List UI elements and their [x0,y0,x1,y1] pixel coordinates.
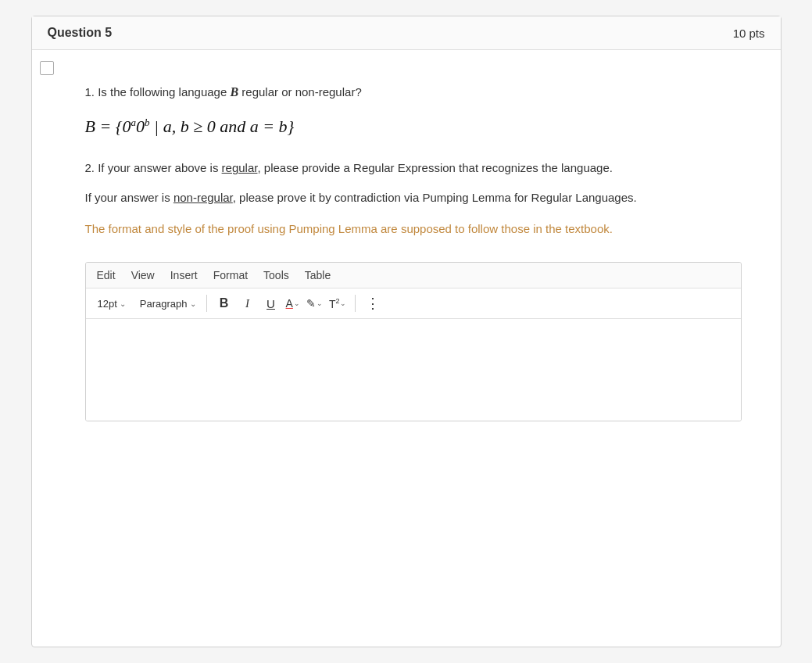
question-points: 10 pts [733,27,765,40]
highlight-label: ✎ [306,297,316,310]
superscript-dropdown[interactable]: T2 ⌄ [327,297,349,310]
font-size-value: 12pt [98,298,117,310]
question-checkbox[interactable] [40,61,54,75]
toolbar-separator-1 [206,295,207,312]
font-color-chevron-icon: ⌄ [294,299,300,307]
more-options-button[interactable]: ⋮ [362,293,384,314]
font-color-dropdown[interactable]: A ⌄ [284,297,302,310]
font-size-chevron-icon: ⌄ [120,299,126,308]
highlight-dropdown[interactable]: ✎ ⌄ [304,297,325,310]
question-part2-line1: 2. If your answer above is regular, plea… [85,159,742,177]
menu-view[interactable]: View [131,269,155,281]
bold-button[interactable]: B [213,293,235,314]
font-size-dropdown[interactable]: 12pt ⌄ [94,296,130,312]
toolbar-separator-2 [355,295,356,312]
question-part2-line2: If your answer is non-regular, please pr… [85,188,742,207]
underline-button[interactable]: U [260,293,282,314]
paragraph-value: Paragraph [140,298,188,310]
menu-bar: Edit View Insert Format Tools Table [86,263,741,288]
paragraph-dropdown[interactable]: Paragraph ⌄ [136,296,200,312]
menu-tools[interactable]: Tools [263,269,289,281]
question-title: Question 5 [48,26,113,40]
menu-edit[interactable]: Edit [97,269,116,281]
italic-button[interactable]: I [237,293,259,314]
paragraph-chevron-icon: ⌄ [190,299,196,308]
highlight-chevron-icon: ⌄ [317,299,323,307]
font-color-label: A [286,297,293,310]
toolbar: 12pt ⌄ Paragraph ⌄ B I U [86,288,741,319]
editor-wrapper: Edit View Insert Format Tools Table 12pt… [85,262,742,421]
question-part1: 1. Is the following language B regular o… [85,83,742,102]
math-formula: B = {0a0b | a, b ≥ 0 and a = b} [85,113,742,140]
menu-table[interactable]: Table [305,269,331,281]
menu-insert[interactable]: Insert [170,269,198,281]
orange-instruction: The format and style of the proof using … [85,220,742,238]
superscript-chevron-icon: ⌄ [340,299,346,307]
editor-content-area[interactable] [86,319,741,421]
menu-format[interactable]: Format [213,269,248,281]
superscript-label: T2 [329,297,340,310]
